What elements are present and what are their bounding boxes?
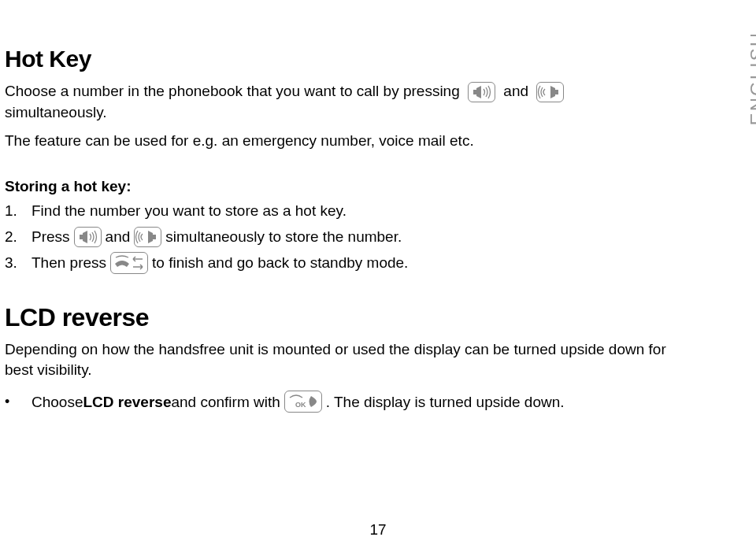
volume-down-key-icon: [468, 81, 495, 102]
svg-text:OK: OK: [295, 401, 306, 409]
text-fragment: . The display is turned upside down.: [326, 392, 565, 413]
svg-rect-7: [153, 235, 156, 239]
bullet-text: Choose LCD reverse and confirm with OK .…: [32, 391, 565, 413]
step-number: 2.: [5, 227, 32, 247]
lcd-bullet-row: • Choose LCD reverse and confirm with OK…: [5, 391, 690, 413]
page-content: Hot Key Choose a number in the phonebook…: [5, 46, 690, 413]
heading-hot-key: Hot Key: [5, 46, 690, 72]
text-fragment: Choose a number in the phonebook that yo…: [5, 83, 464, 99]
step-number: 3.: [5, 253, 32, 273]
step-text: Find the number you want to store as a h…: [32, 201, 346, 221]
page-number: 17: [0, 520, 756, 540]
storing-subheading: Storing a hot key:: [5, 176, 690, 197]
volume-down-key-icon: [74, 226, 102, 247]
volume-up-key-icon: [536, 81, 564, 102]
text-fragment: simultaneously.: [5, 104, 107, 120]
svg-rect-3: [555, 90, 558, 94]
text-fragment-strong: LCD reverse: [83, 392, 172, 413]
ok-call-key-icon: OK: [284, 391, 322, 413]
step-3: 3. Then press to finish and go back to s…: [5, 252, 690, 274]
svg-marker-6: [148, 231, 153, 243]
svg-marker-2: [550, 86, 555, 98]
step-text: Then press to finish and go back to stan…: [32, 252, 408, 274]
end-call-key-icon: [110, 252, 148, 274]
svg-rect-4: [80, 235, 83, 239]
text-fragment: and: [503, 83, 532, 99]
heading-lcd-reverse: LCD reverse: [5, 304, 690, 331]
svg-rect-0: [473, 90, 476, 94]
hotkey-usage-paragraph: The feature can be used for e.g. an emer…: [5, 131, 690, 151]
step-2: 2. Press and: [5, 226, 690, 247]
text-fragment: Then press: [32, 253, 106, 273]
step-number: 1.: [5, 201, 32, 221]
hotkey-intro-paragraph: Choose a number in the phonebook that yo…: [5, 81, 690, 123]
text-fragment: and confirm with: [171, 392, 280, 413]
text-fragment: and: [106, 227, 131, 247]
volume-up-key-icon: [134, 226, 161, 247]
text-fragment: Press: [32, 227, 70, 247]
text-fragment: to finish and go back to standby mode.: [152, 253, 408, 273]
lcd-intro-paragraph: Depending on how the handsfree unit is m…: [5, 339, 690, 380]
step-text: Press and: [32, 226, 402, 247]
text-fragment: simultaneously to store the number.: [165, 227, 402, 247]
svg-marker-1: [476, 86, 481, 98]
step-1: 1. Find the number you want to store as …: [5, 201, 690, 221]
svg-marker-5: [83, 231, 87, 243]
text-fragment: Choose: [32, 392, 83, 413]
language-side-label: ENGLISH: [745, 31, 756, 125]
bullet-icon: •: [5, 392, 32, 411]
